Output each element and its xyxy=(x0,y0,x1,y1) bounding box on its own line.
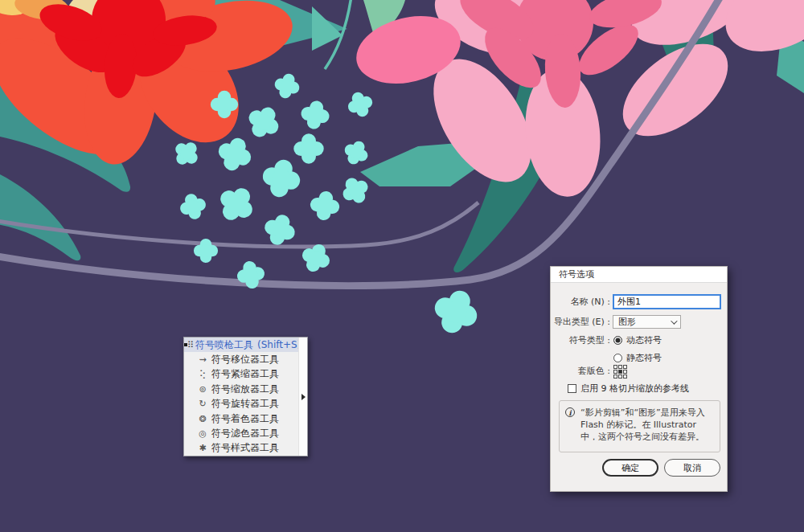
tool-menu-rows: ⠿ 符号喷枪工具 (Shift+S) ⇝ 符号移位器工具 ⢕ 符号紧缩器工具 ⊚… xyxy=(184,338,298,456)
chevron-down-icon xyxy=(671,317,677,324)
symbol-spinner-icon: ↻ xyxy=(195,399,210,409)
ok-button[interactable]: 确定 xyxy=(602,459,658,477)
symbol-screener-icon: ◎ xyxy=(195,428,210,439)
tearoff-arrow-icon xyxy=(302,394,306,400)
radio-dynamic-symbol[interactable] xyxy=(613,336,622,345)
menu-item-symbol-spinner[interactable]: ↻ 符号旋转器工具 xyxy=(184,397,298,411)
export-type-label: 导出类型 (E) : xyxy=(551,316,610,328)
registration-grid-icon xyxy=(613,365,630,379)
symbol-sizer-icon: ⊚ xyxy=(195,384,210,395)
menu-item-symbol-styler[interactable]: ✱ 符号样式器工具 xyxy=(184,441,298,456)
dialog-titlebar[interactable]: 符号选项 xyxy=(551,267,727,283)
menu-item-symbol-screener[interactable]: ◎ 符号滤色器工具 xyxy=(184,426,298,440)
name-label: 名称 (N) : xyxy=(551,296,610,308)
cancel-button[interactable]: 取消 xyxy=(664,459,720,477)
info-icon: i xyxy=(565,407,575,417)
symbol-sprayer-icon: ⠿ xyxy=(187,340,194,350)
registration-label: 套版色 : xyxy=(551,365,610,377)
symbol-shifter-icon: ⇝ xyxy=(195,354,210,365)
menu-item-symbol-shifter[interactable]: ⇝ 符号移位器工具 xyxy=(184,352,298,366)
info-note: i “影片剪辑”和“图形”是用来导入 Flash 的标记。在 Illustrat… xyxy=(559,400,720,452)
nine-slice-checkbox[interactable] xyxy=(568,384,576,393)
nine-slice-label: 启用 9 格切片缩放的参考线 xyxy=(580,383,689,395)
illustrator-canvas: ⠿ 符号喷枪工具 (Shift+S) ⇝ 符号移位器工具 ⢕ 符号紧缩器工具 ⊚… xyxy=(0,0,804,532)
radio-static-label: 静态符号 xyxy=(626,352,662,364)
symbol-styler-icon: ✱ xyxy=(195,443,210,453)
symbol-type-label: 符号类型 : xyxy=(551,334,610,346)
symbol-options-dialog: 符号选项 名称 (N) : 导出类型 (E) : 图形 符号类型 : 动态符号 … xyxy=(550,266,728,492)
flyout-tearoff-strip[interactable] xyxy=(298,338,307,456)
dialog-title: 符号选项 xyxy=(559,268,594,280)
radio-dynamic-label: 动态符号 xyxy=(626,334,662,346)
symbol-name-input[interactable] xyxy=(613,294,721,309)
info-text: “影片剪辑”和“图形”是用来导入 Flash 的标记。在 Illustrator… xyxy=(580,407,705,442)
menu-item-symbol-sprayer[interactable]: ⠿ 符号喷枪工具 (Shift+S) xyxy=(184,338,298,352)
menu-item-symbol-stainer[interactable]: ❂ 符号着色器工具 xyxy=(184,411,298,426)
export-type-select[interactable]: 图形 xyxy=(613,315,681,329)
menu-item-symbol-sizer[interactable]: ⊚ 符号缩放器工具 xyxy=(184,382,298,396)
shortcut-label: (Shift+S) xyxy=(257,339,301,350)
symbol-scruncher-icon: ⢕ xyxy=(195,369,210,379)
export-type-value: 图形 xyxy=(618,316,636,328)
symbol-tools-flyout-menu: ⠿ 符号喷枪工具 (Shift+S) ⇝ 符号移位器工具 ⢕ 符号紧缩器工具 ⊚… xyxy=(183,337,308,456)
menu-item-symbol-scruncher[interactable]: ⢕ 符号紧缩器工具 xyxy=(184,367,298,382)
symbol-stainer-icon: ❂ xyxy=(195,414,210,424)
radio-static-symbol[interactable] xyxy=(613,354,622,362)
